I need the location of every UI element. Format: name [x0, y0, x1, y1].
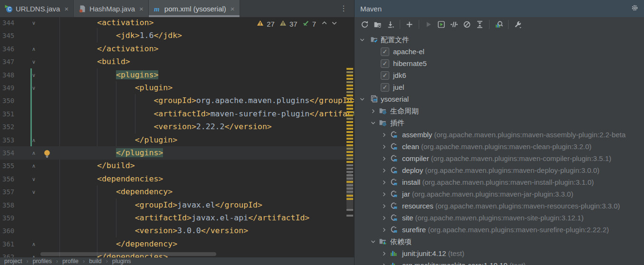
editor-tab[interactable]: CURLDNS.java× [0, 0, 74, 17]
run-disabled-button[interactable] [422, 19, 435, 30]
error-stripe-mark[interactable] [346, 78, 353, 80]
error-stripe-mark[interactable] [346, 181, 353, 183]
maven-tree-node[interactable]: org.mockito:mockito-core:1.10.19 (test) [355, 259, 644, 265]
maven-settings-gear-button[interactable] [631, 4, 638, 13]
maven-tree-node[interactable]: junit:junit:4.12 (test) [355, 247, 644, 259]
breadcrumb-item[interactable]: build [89, 258, 101, 265]
add-maven-project-button[interactable] [403, 19, 416, 30]
error-stripe-mark[interactable] [346, 195, 353, 197]
error-stripe-mark[interactable] [346, 171, 353, 173]
fold-marker-icon[interactable]: ∧ [32, 250, 36, 257]
error-stripe-mark[interactable] [346, 168, 353, 170]
tab-options-icon[interactable]: ⋮ [340, 4, 347, 13]
close-icon[interactable]: × [64, 5, 68, 13]
maven-tree-node[interactable]: mjar (org.apache.maven.plugins:maven-jar… [355, 188, 644, 200]
error-stripe-mark[interactable] [346, 141, 353, 143]
maven-tree-node[interactable]: minstall (org.apache.maven.plugins:maven… [355, 176, 644, 188]
maven-tree-node[interactable]: massembly (org.apache.maven.plugins:mave… [355, 129, 644, 141]
error-stripe-mark[interactable] [346, 104, 353, 106]
error-stripe-mark[interactable] [346, 108, 353, 110]
error-stripe-mark[interactable] [346, 134, 353, 136]
error-stripe-mark[interactable] [346, 121, 353, 123]
toggle-offline-button[interactable] [461, 19, 473, 30]
error-stripe-mark[interactable] [346, 198, 353, 200]
maven-tree-node[interactable]: mdeploy (org.apache.maven.plugins:maven-… [355, 164, 644, 176]
chevron-collapsed-icon[interactable] [381, 250, 387, 259]
error-stripe-mark[interactable] [346, 128, 353, 130]
error-stripe-mark[interactable] [346, 161, 353, 163]
error-stripe-mark[interactable] [346, 81, 353, 83]
profile-checkbox[interactable]: ✓ [381, 83, 389, 92]
fold-marker-icon[interactable]: ∧ [32, 133, 36, 147]
error-stripe-mark[interactable] [346, 138, 353, 140]
error-stripe-mark[interactable] [346, 88, 353, 90]
fold-marker-icon[interactable]: ∧ [32, 42, 36, 56]
maven-tree-node[interactable]: ✓apache-el [355, 46, 644, 57]
maven-tree-node[interactable]: msite (org.apache.maven.plugins:maven-si… [355, 212, 644, 224]
maven-tree-node[interactable]: 插件 [355, 117, 644, 129]
breadcrumb-item[interactable]: project [4, 258, 22, 265]
error-stripe-mark[interactable] [346, 151, 353, 153]
breadcrumb-item[interactable]: profile [62, 258, 78, 265]
profile-checkbox[interactable]: ✓ [381, 47, 389, 56]
error-stripe-mark[interactable] [346, 144, 353, 146]
chevron-collapsed-icon[interactable] [381, 167, 387, 176]
error-stripe-mark[interactable] [346, 68, 353, 70]
fold-marker-icon[interactable]: ∨ [32, 68, 36, 82]
sync-button[interactable] [358, 19, 371, 30]
chevron-collapsed-icon[interactable] [381, 215, 387, 223]
sources-reload-button[interactable] [371, 19, 384, 30]
fold-marker-icon[interactable]: ∧ [32, 159, 36, 172]
maven-tree-node[interactable]: ✓juel [355, 81, 644, 93]
fold-marker-icon[interactable]: ∨ [32, 81, 36, 95]
editor-tab[interactable]: mpom.xml (ysoserial)× [149, 0, 240, 17]
chevron-collapsed-icon[interactable] [381, 227, 387, 235]
skip-tests-button[interactable] [448, 19, 461, 30]
chevron-expanded-icon[interactable] [370, 238, 376, 247]
error-stripe-mark[interactable] [346, 85, 353, 86]
error-stripe-mark[interactable] [346, 95, 353, 96]
maven-tree-node[interactable]: mresources (org.apache.maven.plugins:mav… [355, 200, 644, 212]
fold-marker-icon[interactable]: ∧ [32, 146, 36, 160]
editor-tab[interactable]: HashMap.java× [74, 0, 149, 17]
error-stripe-mark[interactable] [346, 111, 353, 113]
chevron-collapsed-icon[interactable] [381, 191, 387, 199]
maven-settings-wrench-button[interactable] [511, 19, 524, 30]
chevron-collapsed-icon[interactable] [381, 143, 387, 152]
error-stripe-mark[interactable] [346, 174, 353, 176]
chevron-collapsed-icon[interactable] [381, 132, 387, 140]
error-stripe-mark[interactable] [346, 215, 353, 217]
close-icon[interactable]: × [139, 5, 144, 13]
maven-tree-node[interactable]: mcompiler (org.apache.maven.plugins:mave… [355, 152, 644, 164]
maven-tree-node[interactable]: 生命周期 [355, 105, 644, 117]
error-stripe-mark[interactable] [346, 98, 353, 100]
error-stripe-mark[interactable] [346, 71, 353, 73]
error-stripe-mark[interactable] [346, 154, 353, 156]
fold-marker-icon[interactable]: ∨ [32, 17, 36, 29]
error-stripe-mark[interactable] [346, 164, 353, 166]
fold-marker-icon[interactable]: ∨ [32, 172, 36, 186]
error-stripe-mark[interactable] [346, 188, 353, 189]
chevron-expanded-icon[interactable] [359, 96, 365, 104]
error-stripe-mark[interactable] [346, 209, 353, 211]
chevron-collapsed-icon[interactable] [381, 262, 387, 265]
error-stripe-mark[interactable] [346, 118, 353, 120]
chevron-collapsed-icon[interactable] [381, 179, 387, 188]
chevron-collapsed-icon[interactable] [370, 108, 376, 116]
chevron-collapsed-icon[interactable] [381, 203, 387, 211]
chevron-expanded-icon[interactable] [370, 120, 376, 128]
error-stripe-mark[interactable] [346, 131, 353, 133]
maven-tree-node[interactable]: msurefire (org.apache.maven.plugins:mave… [355, 224, 644, 236]
error-stripe-mark[interactable] [346, 184, 353, 186]
maven-tree-node[interactable]: mysoserial [355, 93, 644, 105]
error-stripe-mark[interactable] [346, 124, 353, 126]
chevron-expanded-icon[interactable] [359, 37, 365, 45]
execute-goal-button[interactable] [435, 19, 448, 30]
collapse-all-button[interactable] [473, 19, 486, 30]
breadcrumb-item[interactable]: profiles [33, 258, 52, 265]
chevron-collapsed-icon[interactable] [381, 155, 387, 164]
code-editor[interactable]: 27 37 7 344∨ <activation>345 <jdk>1.6</j… [0, 17, 354, 257]
error-stripe-mark[interactable] [346, 178, 353, 180]
maven-tree-node[interactable]: 依赖项 [355, 236, 644, 247]
breadcrumb-item[interactable]: plugins [112, 258, 131, 265]
